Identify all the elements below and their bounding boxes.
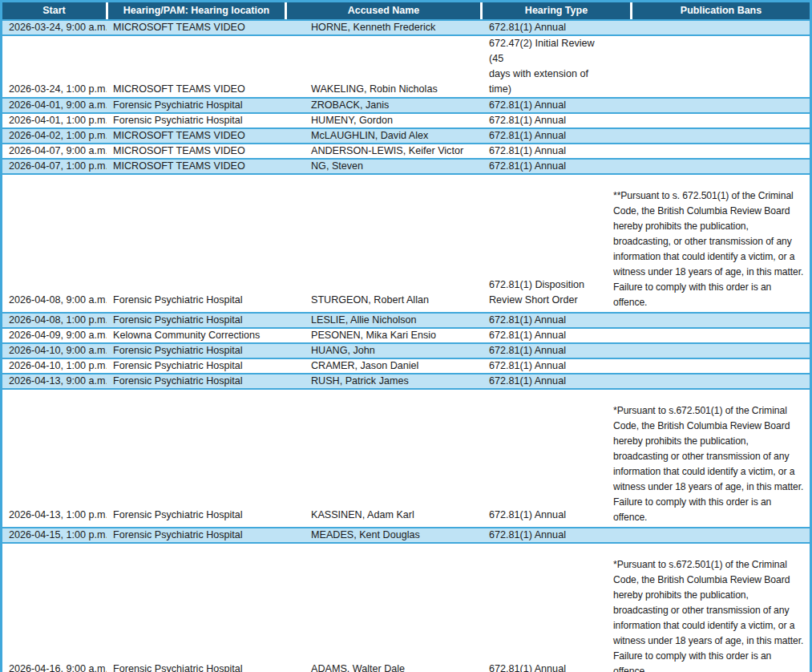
cell-start-datetime: 2026-04-08, 1:00 p.m. xyxy=(2,314,107,327)
cell-hearing-type: 672.81(1) Annual xyxy=(483,329,609,342)
cell-start-datetime: 2026-04-02, 1:00 p.m. xyxy=(2,129,107,143)
cell-accused-name: MEADES, Kent Douglas xyxy=(307,528,483,542)
column-header-hearing-type: Hearing Type xyxy=(483,2,630,19)
cell-hearing-type: 672.81(1) Disposition Review Short Order xyxy=(483,277,609,312)
column-header-publication-bans: Publication Bans xyxy=(632,2,810,19)
cell-accused-name: NG, Steven xyxy=(307,160,483,173)
cell-accused-name: HORNE, Kenneth Frederick xyxy=(307,21,483,34)
table-row: 2026-04-07, 1:00 p.m. MICROSOFT TEAMS VI… xyxy=(2,158,810,173)
table-row: 2026-04-01, 9:00 a.m. Forensic Psychiatr… xyxy=(2,97,810,112)
cell-accused-name: STURGEON, Robert Allan xyxy=(307,293,483,312)
cell-accused-name: LESLIE, Allie Nicholson xyxy=(307,314,483,327)
table-header-row: Start Hearing/PAM: Hearing location Accu… xyxy=(2,2,810,19)
cell-accused-name: PESONEN, Mika Kari Ensio xyxy=(307,329,483,342)
cell-hearing-type: 672.81(1) Annual xyxy=(483,528,609,542)
cell-hearing-location: MICROSOFT TEAMS VIDEO xyxy=(107,21,307,34)
cell-hearing-type: 672.81(1) Annual xyxy=(483,144,609,158)
cell-start-datetime: 2026-04-13, 9:00 a.m. xyxy=(2,374,107,388)
cell-accused-name: CRAMER, Jason Daniel xyxy=(307,359,483,373)
table-row: 2026-04-02, 1:00 p.m. MICROSOFT TEAMS VI… xyxy=(2,128,810,143)
column-header-start: Start xyxy=(2,2,106,19)
cell-hearing-location: Forensic Psychiatric Hospital xyxy=(107,344,307,358)
cell-hearing-location: MICROSOFT TEAMS VIDEO xyxy=(107,144,307,158)
cell-hearing-type: 672.81(1) Annual xyxy=(483,662,609,672)
cell-publication-bans: **Pursuant to s. 672.501(1) of the Crimi… xyxy=(609,188,810,312)
table-row: 2026-04-10, 1:00 p.m. Forensic Psychiatr… xyxy=(2,358,810,373)
cell-start-datetime: 2026-04-07, 1:00 p.m. xyxy=(2,160,107,173)
cell-hearing-type: 672.81(1) Annual xyxy=(483,359,609,373)
cell-hearing-location: Forensic Psychiatric Hospital xyxy=(107,99,307,112)
cell-publication-bans: *Pursuant to s.672.501(1) of the Crimina… xyxy=(609,403,810,527)
cell-hearing-type: 672.81(1) Annual xyxy=(483,99,609,112)
table-row: 2026-04-15, 1:00 p.m. Forensic Psychiatr… xyxy=(2,527,810,542)
cell-start-datetime: 2026-04-13, 1:00 p.m. xyxy=(2,508,107,527)
cell-hearing-location: Forensic Psychiatric Hospital xyxy=(107,528,307,542)
cell-start-datetime: 2026-04-10, 9:00 a.m. xyxy=(2,344,107,358)
cell-hearing-type: 672.81(1) Annual xyxy=(483,114,609,128)
column-header-accused-name: Accused Name xyxy=(287,2,480,19)
cell-hearing-location: MICROSOFT TEAMS VIDEO xyxy=(107,129,307,143)
column-header-hearing-location: Hearing/PAM: Hearing location xyxy=(108,2,285,19)
cell-publication-bans: *Pursuant to s.672.501(1) of the Crimina… xyxy=(609,557,810,672)
cell-hearing-location: Forensic Psychiatric Hospital xyxy=(107,293,307,312)
cell-accused-name: ADAMS, Walter Dale xyxy=(307,662,483,672)
cell-hearing-type: 672.81(1) Annual xyxy=(483,508,609,527)
cell-hearing-location: Forensic Psychiatric Hospital xyxy=(107,374,307,388)
cell-hearing-location: Forensic Psychiatric Hospital xyxy=(107,662,307,672)
cell-hearing-location: Forensic Psychiatric Hospital xyxy=(107,508,307,527)
cell-hearing-location: Forensic Psychiatric Hospital xyxy=(107,314,307,327)
cell-accused-name: RUSH, Patrick James xyxy=(307,374,483,388)
table-row: 2026-04-09, 9:00 a.m. Kelowna Community … xyxy=(2,327,810,342)
table-row: 2026-04-08, 9:00 a.m. Forensic Psychiatr… xyxy=(2,173,810,312)
cell-accused-name: WAKELING, Robin Nicholas xyxy=(307,82,483,97)
cell-accused-name: KASSINEN, Adam Karl xyxy=(307,508,483,527)
table-row: 2026-04-01, 1:00 p.m. Forensic Psychiatr… xyxy=(2,112,810,128)
cell-hearing-location: Kelowna Community Corrections xyxy=(107,329,307,342)
cell-start-datetime: 2026-04-16, 9:00 a.m. xyxy=(2,662,107,672)
table-row: 2026-04-10, 9:00 a.m. Forensic Psychiatr… xyxy=(2,342,810,358)
cell-accused-name: ANDERSON-LEWIS, Keifer Victor xyxy=(307,144,483,158)
table-row: 2026-04-16, 9:00 a.m. Forensic Psychiatr… xyxy=(2,542,810,672)
cell-start-datetime: 2026-04-01, 9:00 a.m. xyxy=(2,99,107,112)
cell-start-datetime: 2026-04-07, 9:00 a.m. xyxy=(2,144,107,158)
table-row: 2026-04-13, 1:00 p.m. Forensic Psychiatr… xyxy=(2,388,810,527)
cell-hearing-location: Forensic Psychiatric Hospital xyxy=(107,114,307,128)
cell-hearing-location: MICROSOFT TEAMS VIDEO xyxy=(107,82,307,97)
cell-hearing-type: 672.81(1) Annual xyxy=(483,129,609,143)
cell-hearing-type: 672.47(2) Initial Review (45 days with e… xyxy=(483,36,609,97)
table-row: 2026-04-07, 9:00 a.m. MICROSOFT TEAMS VI… xyxy=(2,143,810,158)
cell-hearing-type: 672.81(1) Annual xyxy=(483,374,609,388)
cell-hearing-type: 672.81(1) Annual xyxy=(483,160,609,173)
cell-hearing-location: Forensic Psychiatric Hospital xyxy=(107,359,307,373)
cell-start-datetime: 2026-04-08, 9:00 a.m. xyxy=(2,293,107,312)
table-body: 2026-03-24, 9:00 a.m. MICROSOFT TEAMS VI… xyxy=(2,19,810,672)
cell-start-datetime: 2026-03-24, 1:00 p.m. xyxy=(2,82,107,97)
cell-start-datetime: 2026-04-10, 1:00 p.m. xyxy=(2,359,107,373)
cell-hearing-type: 672.81(1) Annual xyxy=(483,344,609,358)
cell-accused-name: ZROBACK, Janis xyxy=(307,99,483,112)
hearing-schedule-table: Start Hearing/PAM: Hearing location Accu… xyxy=(0,0,812,672)
table-row: 2026-03-24, 1:00 p.m. MICROSOFT TEAMS VI… xyxy=(2,34,810,97)
table-row: 2026-03-24, 9:00 a.m. MICROSOFT TEAMS VI… xyxy=(2,19,810,34)
cell-accused-name: McLAUGHLIN, David Alex xyxy=(307,129,483,143)
cell-hearing-type: 672.81(1) Annual xyxy=(483,21,609,34)
cell-hearing-location: MICROSOFT TEAMS VIDEO xyxy=(107,160,307,173)
cell-start-datetime: 2026-04-01, 1:00 p.m. xyxy=(2,114,107,128)
cell-start-datetime: 2026-04-15, 1:00 p.m. xyxy=(2,528,107,542)
cell-start-datetime: 2026-03-24, 9:00 a.m. xyxy=(2,21,107,34)
cell-hearing-type: 672.81(1) Annual xyxy=(483,314,609,327)
cell-accused-name: HUMENY, Gordon xyxy=(307,114,483,128)
table-row: 2026-04-08, 1:00 p.m. Forensic Psychiatr… xyxy=(2,312,810,327)
table-row: 2026-04-13, 9:00 a.m. Forensic Psychiatr… xyxy=(2,373,810,388)
cell-accused-name: HUANG, John xyxy=(307,344,483,358)
cell-start-datetime: 2026-04-09, 9:00 a.m. xyxy=(2,329,107,342)
